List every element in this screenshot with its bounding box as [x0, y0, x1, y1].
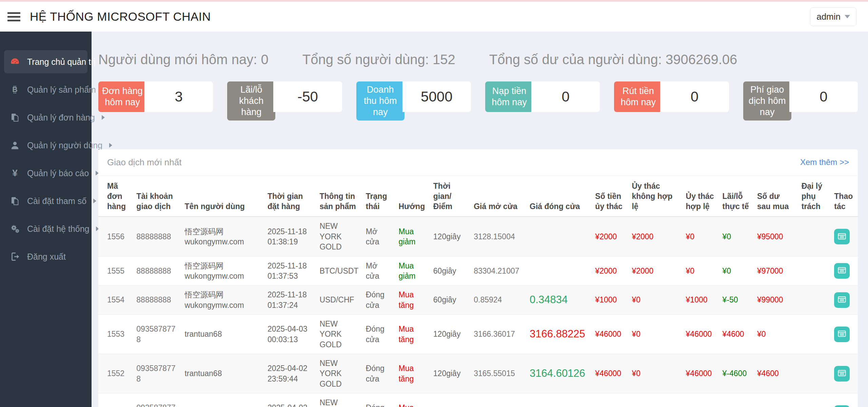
column-header-product: Thông tin sản phẩm: [316, 176, 362, 217]
column-header-pnl: Lãi/lỗ thực tế: [719, 176, 754, 217]
user-menu-label: admin: [816, 12, 841, 22]
column-header-agent: Đại lý phụ trách: [798, 176, 831, 217]
valid-value: ¥46000: [686, 369, 712, 378]
sidebar-item-cai-dat-tham-so[interactable]: Cài đặt tham số: [4, 189, 87, 212]
stat-card-value: 0: [660, 81, 729, 112]
table-row: 15520935878778trantuan682025-04-02 23:59…: [98, 354, 858, 393]
gauge-icon: [9, 56, 20, 67]
cell-duration: 120giây: [430, 393, 470, 407]
latest-transactions-panel: Giao dịch mới nhất Xem thêm >> Mã đơn hà…: [98, 149, 858, 407]
cell-amount: ¥2000: [592, 217, 628, 256]
table-header: Mã đơn hàngTài khoản giao dịchTên người …: [98, 176, 858, 217]
cell-action: [831, 393, 858, 407]
cell-status: Đóng cửa: [362, 354, 395, 393]
cell-balance: ¥0: [754, 393, 798, 407]
column-header-direction: Hướng: [395, 176, 430, 217]
amount-value: ¥1000: [595, 295, 617, 304]
sidebar-item-label: Quản lý đơn hàng: [27, 113, 95, 123]
cell-close_price: 0.34834: [526, 285, 592, 315]
cell-direction: Mua tăng: [395, 354, 430, 393]
view-order-button[interactable]: [834, 366, 850, 382]
panel-title: Giao dịch mới nhất: [107, 157, 181, 168]
cell-duration: 60giây: [430, 285, 470, 315]
cell-close_price: 3166.88225: [526, 315, 592, 354]
sidebar-item-label: Quản lý sản phẩm: [27, 85, 96, 95]
cell-direction: Mua tăng: [395, 393, 430, 407]
table-row: 155488888888悟空源码网 wukongymw.com2025-11-1…: [98, 285, 858, 315]
sidebar-nav: Trang chủ quản trịBQuản lý sản phẩmQuản …: [0, 32, 92, 407]
cell-action: [831, 217, 858, 256]
cell-invalid: ¥0: [628, 285, 682, 315]
amount-value: ¥2000: [595, 266, 617, 275]
pnl-value: ¥0: [723, 266, 731, 275]
cell-pnl: ¥0: [719, 217, 754, 256]
cell-order_time: 2025-04-02 23:59:44: [264, 354, 316, 393]
balance-value: ¥97000: [757, 266, 783, 275]
cell-order_time: 2025-04-02 23:56:14: [264, 393, 316, 407]
direction-value: Mua tăng: [398, 325, 414, 344]
menu-toggle-icon[interactable]: [7, 12, 20, 21]
stat-card-value: 0: [789, 81, 858, 112]
cell-id: 1556: [98, 217, 133, 256]
direction-value: Mua tăng: [398, 403, 414, 407]
cell-balance: ¥4600: [754, 354, 798, 393]
cell-close_price: 3166.1513: [526, 393, 592, 407]
view-order-button[interactable]: [834, 292, 850, 308]
stat-card-label: Rút tiền hôm nay: [614, 81, 662, 112]
column-header-account: Tài khoản giao dịch: [133, 176, 181, 217]
sidebar-item-quan-ly-san-pham[interactable]: BQuản lý sản phẩm: [4, 78, 87, 101]
summary-total-balance: Tổng số dư của người dùng: 3906269.06: [489, 52, 737, 67]
cell-id: 1554: [98, 285, 133, 315]
sidebar-item-quan-ly-don-hang[interactable]: Quản lý đơn hàng: [4, 106, 87, 129]
cell-close_price: [526, 217, 592, 256]
app-title: HỆ THỐNG MICROSOFT CHAIN: [30, 10, 211, 23]
sidebar-item-label: Cài đặt hệ thống: [27, 224, 89, 234]
table-header-row: Mã đơn hàngTài khoản giao dịchTên người …: [98, 176, 858, 217]
cell-invalid: ¥2000: [628, 217, 682, 256]
cell-order_time: 2025-04-03 00:03:13: [264, 315, 316, 354]
stat-card-3: Nạp tiền hôm nay0: [485, 81, 600, 121]
cell-invalid: ¥0: [628, 315, 682, 354]
balance-value: ¥4600: [757, 369, 779, 378]
cell-amount: ¥1000: [592, 285, 628, 315]
view-order-button[interactable]: [834, 405, 850, 407]
sidebar-item-quan-ly-bao-cao[interactable]: ¥Quản lý báo cáo: [4, 162, 87, 185]
cell-agent: [798, 217, 831, 256]
cell-close_price: 3164.60126: [526, 354, 592, 393]
cell-status: Mở cửa: [362, 217, 395, 256]
order-detail-icon: [837, 294, 847, 306]
cell-account: 0935878778: [133, 315, 181, 354]
cell-product: NEW YORK GOLD: [316, 393, 362, 407]
sidebar-item-trang-chu-quan-tri[interactable]: Trang chủ quản trị: [4, 50, 87, 73]
cell-valid: ¥1000: [683, 285, 719, 315]
cell-balance: ¥95000: [754, 217, 798, 256]
cell-invalid: ¥2000: [628, 256, 682, 285]
see-more-link[interactable]: Xem thêm >>: [800, 158, 849, 167]
sidebar-item-dang-xuat[interactable]: Đăng xuất: [4, 245, 87, 268]
view-order-button[interactable]: [834, 229, 850, 244]
view-order-button[interactable]: [834, 263, 850, 279]
cell-direction: Mua giảm: [395, 256, 430, 285]
cell-pnl: ¥4600: [719, 393, 754, 407]
order-detail-icon: [837, 329, 847, 340]
view-order-button[interactable]: [834, 327, 850, 342]
cell-product: USD/CHF: [316, 285, 362, 315]
user-menu-button[interactable]: admin: [810, 7, 856, 26]
summary-total-users-value: 152: [433, 52, 455, 67]
valid-value: ¥0: [686, 266, 695, 275]
sidebar-item-cai-dat-he-thong[interactable]: Cài đặt hệ thống: [4, 217, 87, 240]
column-header-invalid: Ủy thác không hợp lệ: [628, 176, 682, 217]
stat-card-5: Phí giao dịch hôm nay0: [743, 81, 858, 121]
direction-value: Mua tăng: [398, 364, 414, 383]
cell-account: 88888888: [133, 285, 181, 315]
cell-order_time: 2025-11-18 01:38:19: [264, 217, 316, 256]
cell-product: NEW YORK GOLD: [316, 354, 362, 393]
cell-amount: ¥46000: [592, 393, 628, 407]
cell-id: 1551: [98, 393, 133, 407]
balance-value: ¥0: [757, 330, 766, 338]
cell-invalid: ¥0: [628, 354, 682, 393]
sidebar-item-quan-ly-nguoi-dung[interactable]: Quản lý người dùng: [4, 134, 87, 157]
cell-username: 悟空源码网 wukongymw.com: [181, 256, 264, 285]
cell-status: Đóng cửa: [362, 285, 395, 315]
svg-text:B: B: [12, 86, 17, 94]
